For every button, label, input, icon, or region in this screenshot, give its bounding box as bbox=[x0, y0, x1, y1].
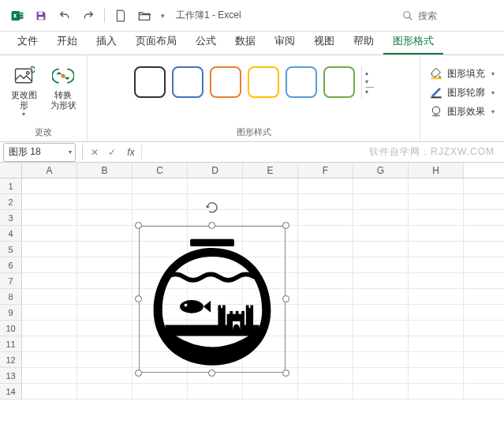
ribbon-group-fill: 图形填充 ▾ 图形轮廓 ▾ 图形效果 ▾ bbox=[420, 55, 504, 141]
search-input[interactable] bbox=[418, 10, 489, 21]
tab-layout[interactable]: 页面布局 bbox=[126, 29, 186, 54]
spreadsheet-grid: A B C D E F G H 1 2 3 4 5 6 7 8 9 10 11 … bbox=[0, 163, 504, 400]
row-header[interactable]: 1 bbox=[0, 178, 22, 194]
fx-button[interactable]: fx bbox=[121, 144, 138, 161]
col-header[interactable]: C bbox=[133, 163, 188, 178]
resize-handle-e[interactable] bbox=[282, 295, 289, 302]
style-item-3[interactable] bbox=[210, 66, 241, 98]
tab-graphics-format[interactable]: 图形格式 bbox=[383, 29, 443, 54]
watermark-text: 软件自学网：RJZXW.COM bbox=[146, 145, 504, 159]
svg-rect-2 bbox=[19, 14, 24, 16]
excel-icon[interactable] bbox=[6, 5, 28, 27]
ribbon: 更改图 形 ▾ 转换 为形状 更改 ▴ ▾ bbox=[0, 55, 504, 142]
separator bbox=[104, 9, 105, 23]
row-header[interactable]: 14 bbox=[0, 384, 22, 400]
resize-handle-sw[interactable] bbox=[135, 370, 142, 377]
row-header[interactable]: 13 bbox=[0, 368, 22, 384]
row-header[interactable]: 5 bbox=[0, 242, 22, 257]
col-header[interactable]: F bbox=[298, 163, 353, 178]
resize-handle-n[interactable] bbox=[208, 222, 215, 229]
svg-point-9 bbox=[61, 73, 65, 77]
row-header[interactable]: 2 bbox=[0, 194, 22, 210]
rotate-handle[interactable] bbox=[205, 201, 219, 215]
outline-icon bbox=[430, 86, 442, 99]
tab-data[interactable]: 数据 bbox=[226, 29, 265, 54]
convert-to-shape-button[interactable]: 转换 为形状 bbox=[46, 60, 80, 114]
svg-rect-11 bbox=[431, 96, 441, 98]
undo-button[interactable] bbox=[54, 5, 76, 27]
selection-bbox bbox=[139, 226, 286, 373]
row-header[interactable]: 8 bbox=[0, 289, 22, 305]
qat-customize-button[interactable]: ▾ bbox=[157, 5, 168, 27]
change-graphic-button[interactable]: 更改图 形 ▾ bbox=[6, 60, 41, 121]
tab-home[interactable]: 开始 bbox=[47, 29, 87, 54]
svg-point-13 bbox=[432, 114, 441, 117]
window-title: 工作簿1 - Excel bbox=[176, 9, 395, 22]
convert-icon bbox=[50, 63, 76, 88]
ribbon-group-styles: ▴ ▾ ▾ 图形样式 bbox=[88, 55, 420, 141]
resize-handle-ne[interactable] bbox=[282, 222, 289, 229]
style-item-4[interactable] bbox=[248, 66, 279, 98]
cancel-formula-button[interactable]: ✕ bbox=[86, 144, 103, 161]
cells-area[interactable]: // draw empty cell grid inline for brevi… bbox=[22, 178, 504, 400]
row-headers: 1 2 3 4 5 6 7 8 9 10 11 12 13 14 bbox=[0, 178, 22, 400]
shape-fill-button[interactable]: 图形填充 ▾ bbox=[427, 65, 498, 82]
search-box[interactable] bbox=[395, 6, 498, 26]
name-box[interactable]: 图形 18 ▾ bbox=[3, 143, 76, 162]
new-file-button[interactable] bbox=[110, 5, 132, 27]
open-button[interactable] bbox=[133, 5, 155, 27]
resize-handle-se[interactable] bbox=[282, 370, 289, 377]
style-gallery-more-button[interactable]: ▴ ▾ ▾ bbox=[361, 66, 374, 98]
col-header[interactable]: B bbox=[77, 163, 133, 178]
select-all-corner[interactable] bbox=[0, 163, 22, 178]
tab-review[interactable]: 审阅 bbox=[265, 29, 304, 54]
separator bbox=[82, 145, 83, 159]
selected-shape[interactable] bbox=[139, 226, 286, 373]
tab-view[interactable]: 视图 bbox=[304, 29, 344, 54]
row-header[interactable]: 9 bbox=[0, 305, 22, 321]
quick-access-toolbar: ▾ bbox=[6, 5, 168, 27]
shape-effects-button[interactable]: 图形效果 ▾ bbox=[427, 103, 498, 120]
enter-formula-button[interactable]: ✓ bbox=[103, 144, 121, 161]
col-header[interactable]: A bbox=[22, 163, 77, 178]
redo-button[interactable] bbox=[77, 5, 99, 27]
tab-formulas[interactable]: 公式 bbox=[186, 29, 226, 54]
ribbon-tabs: 文件 开始 插入 页面布局 公式 数据 审阅 视图 帮助 图形格式 bbox=[0, 32, 504, 55]
resize-handle-nw[interactable] bbox=[135, 222, 142, 229]
style-item-2[interactable] bbox=[172, 66, 203, 98]
resize-handle-s[interactable] bbox=[208, 370, 215, 377]
svg-rect-3 bbox=[19, 17, 24, 18]
style-gallery: ▴ ▾ ▾ bbox=[134, 60, 374, 98]
svg-rect-7 bbox=[16, 69, 32, 83]
fill-icon bbox=[430, 67, 442, 80]
change-graphic-icon bbox=[11, 63, 36, 88]
row-header[interactable]: 11 bbox=[0, 336, 22, 352]
chevron-down-icon: ▾ bbox=[491, 108, 495, 115]
style-item-1[interactable] bbox=[134, 66, 166, 98]
svg-point-6 bbox=[404, 11, 410, 17]
search-icon bbox=[402, 10, 413, 21]
col-header[interactable]: G bbox=[353, 163, 409, 178]
col-header[interactable]: D bbox=[188, 163, 243, 178]
row-header[interactable]: 3 bbox=[0, 210, 22, 226]
titlebar: ▾ 工作簿1 - Excel bbox=[0, 0, 504, 32]
row-header[interactable]: 7 bbox=[0, 273, 22, 289]
shape-outline-button[interactable]: 图形轮廓 ▾ bbox=[427, 84, 498, 101]
chevron-down-icon: ▾ bbox=[491, 70, 495, 77]
tab-help[interactable]: 帮助 bbox=[344, 29, 383, 54]
style-item-5[interactable] bbox=[286, 66, 317, 98]
row-header[interactable]: 6 bbox=[0, 257, 22, 273]
row-header[interactable]: 12 bbox=[0, 352, 22, 368]
col-header[interactable]: E bbox=[243, 163, 298, 178]
svg-rect-1 bbox=[19, 12, 24, 13]
save-button[interactable] bbox=[30, 5, 52, 27]
tab-insert[interactable]: 插入 bbox=[87, 29, 126, 54]
column-headers: A B C D E F G H bbox=[0, 163, 504, 178]
formula-bar-row: 图形 18 ▾ ✕ ✓ fx 软件自学网：RJZXW.COM bbox=[0, 142, 504, 163]
style-item-6[interactable] bbox=[323, 66, 355, 98]
row-header[interactable]: 10 bbox=[0, 321, 22, 336]
resize-handle-w[interactable] bbox=[135, 295, 142, 302]
col-header[interactable]: H bbox=[409, 163, 464, 178]
row-header[interactable]: 4 bbox=[0, 226, 22, 242]
tab-file[interactable]: 文件 bbox=[8, 29, 47, 54]
